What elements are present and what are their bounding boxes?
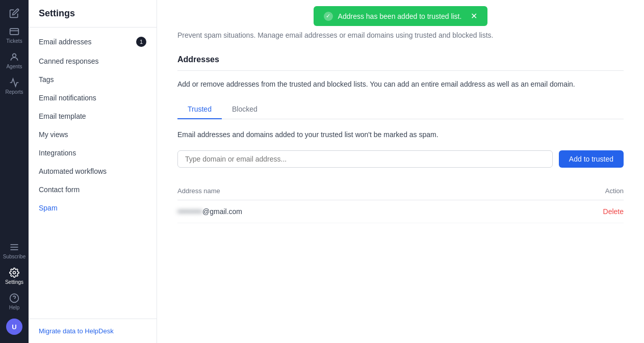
icon-bar: Tickets Agents Reports Subscribe Setting… [0,0,29,343]
success-toast: ✓ Address has been added to trusted list… [314,6,488,26]
sidebar-item-label: Email notifications [39,94,96,102]
edit-icon-item[interactable] [0,4,29,22]
domain-email-input[interactable] [177,150,553,168]
sidebar-footer: Migrate data to HelpDesk [29,319,157,343]
section-divider [177,70,624,71]
tabs-container: Trusted Blocked [177,100,624,119]
email-suffix: @gmail.com [202,207,242,216]
sidebar-item-integrations[interactable]: Integrations [29,144,157,162]
sidebar-item-label: Contact form [39,186,80,194]
help-nav-item[interactable]: Help [3,289,25,314]
sidebar-item-my-views[interactable]: My views [29,125,157,144]
sidebar-item-label: My views [39,130,68,139]
email-addresses-badge: 1 [136,37,146,47]
settings-label: Settings [5,279,23,285]
sidebar-item-email-addresses[interactable]: Email addresses 1 [29,32,157,52]
add-to-trusted-button[interactable]: Add to trusted [559,150,624,168]
check-icon: ✓ [324,12,333,21]
address-email-cell: ••••••••••@gmail.com [177,200,516,223]
trusted-desc: Email addresses and domains added to you… [177,129,624,140]
subscribe-label: Subscribe [3,254,25,259]
page-subtitle: Prevent spam situations. Manage email ad… [177,30,624,41]
add-address-row: Add to trusted [177,150,624,168]
toast-message: Address has been added to trusted list. [338,12,462,20]
tickets-nav-item[interactable]: Tickets [0,22,29,48]
agents-nav-item[interactable]: Agents [0,48,29,73]
sidebar-nav: Email addresses 1 Canned responses Tags … [29,28,157,319]
tab-trusted-label: Trusted [188,105,212,113]
toast-container: ✓ Address has been added to trusted list… [157,0,644,30]
action-cell: Delete [516,200,624,223]
subscribe-nav-item[interactable]: Subscribe [3,238,25,263]
table-row: ••••••••••@gmail.com Delete [177,200,624,223]
sidebar-item-label: Integrations [39,149,76,157]
settings-nav-item[interactable]: Settings [3,263,25,289]
addresses-heading: Addresses [177,55,624,64]
col-address-name: Address name [177,182,516,200]
user-avatar: U [6,319,22,335]
email-prefix: •••••••••• [177,207,202,216]
sidebar-title: Settings [29,0,157,28]
sidebar-item-label: Automated workflows [39,167,107,175]
tickets-label: Tickets [6,38,22,44]
sidebar-item-spam[interactable]: Spam [29,199,157,217]
main-content: ✓ Address has been added to trusted list… [157,0,644,343]
sidebar-item-canned-responses[interactable]: Canned responses [29,52,157,70]
delete-button[interactable]: Delete [603,207,624,216]
agents-label: Agents [6,64,22,69]
avatar-item[interactable]: U [3,314,25,339]
sidebar-item-label: Canned responses [39,57,99,65]
reports-nav-item[interactable]: Reports [0,73,29,99]
sidebar-item-label: Spam [39,204,58,212]
migrate-link[interactable]: Migrate data to HelpDesk [39,327,114,335]
svg-point-6 [13,272,16,274]
page-body: Prevent spam situations. Manage email ad… [157,30,644,244]
tab-blocked[interactable]: Blocked [222,100,268,119]
help-label: Help [9,305,20,310]
reports-label: Reports [5,89,23,95]
tab-blocked-label: Blocked [232,105,257,113]
sidebar-item-tags[interactable]: Tags [29,70,157,89]
sidebar-item-email-template[interactable]: Email template [29,107,157,125]
col-action: Action [516,182,624,200]
sidebar-item-label: Email addresses [39,38,92,46]
sidebar-item-automated-workflows[interactable]: Automated workflows [29,162,157,180]
sidebar-item-label: Tags [39,75,54,84]
sidebar-item-email-notifications[interactable]: Email notifications [29,89,157,107]
sidebar-item-contact-form[interactable]: Contact form [29,180,157,199]
addresses-desc: Add or remove addresses from the trusted… [177,79,624,90]
tab-trusted[interactable]: Trusted [177,100,222,119]
svg-rect-0 [10,29,19,35]
address-table: Address name Action ••••••••••@gmail.com… [177,182,624,223]
toast-close-button[interactable]: ✕ [471,11,477,21]
sidebar-item-label: Email template [39,112,86,120]
sidebar: Settings Email addresses 1 Canned respon… [29,0,157,343]
svg-point-2 [13,54,16,57]
